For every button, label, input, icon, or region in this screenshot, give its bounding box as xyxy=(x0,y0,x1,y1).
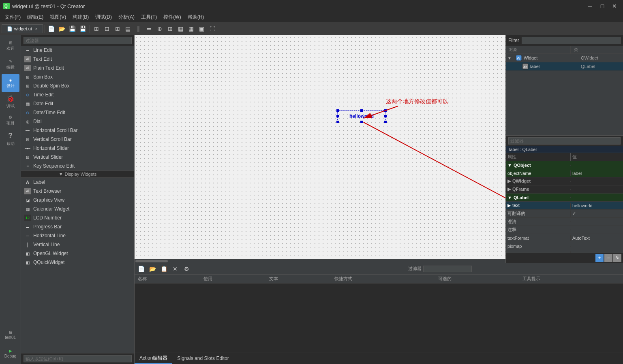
toolbar-btn-9[interactable]: ▦ xyxy=(176,24,186,34)
prop-row-objectname[interactable]: objectName label xyxy=(506,169,623,177)
menu-edit[interactable]: 编辑(E) xyxy=(24,13,47,21)
menu-widgets[interactable]: 控件(W) xyxy=(160,13,184,21)
right-filter-input[interactable] xyxy=(522,37,621,44)
handle-tr[interactable] xyxy=(384,109,387,112)
action-new-btn[interactable]: 📄 xyxy=(136,264,146,274)
toolbar-btn-2[interactable]: ⊟ xyxy=(102,24,112,34)
menu-build[interactable]: 构建(B) xyxy=(69,13,92,21)
list-item[interactable]: │ Vertical Line xyxy=(21,240,134,249)
sidebar-test01[interactable]: 🖥 test01 xyxy=(2,326,19,344)
toolbar-saveas-btn[interactable]: 💾 xyxy=(78,24,88,34)
toolbar-btn-7[interactable]: ⊕ xyxy=(155,24,165,34)
tab-signals-slots[interactable]: Signals and Slots Editor xyxy=(172,354,233,364)
minimize-button[interactable]: ─ xyxy=(585,2,595,10)
handle-tm[interactable] xyxy=(360,109,363,112)
close-button[interactable]: ✕ xyxy=(609,2,620,10)
list-item[interactable]: ⊟ Vertical Scroll Bar xyxy=(21,135,134,144)
menu-file[interactable]: 文件(F) xyxy=(2,13,24,21)
list-item[interactable]: ▦ Calendar Widget xyxy=(21,204,134,213)
sidebar-welcome[interactable]: ⊞ 欢迎 xyxy=(2,37,19,55)
toolbar-open-btn[interactable]: 📂 xyxy=(57,24,67,34)
widget-search-input[interactable] xyxy=(24,355,132,362)
list-item[interactable]: ─ Horizontal Line xyxy=(21,231,134,240)
menu-tools[interactable]: 工具(T) xyxy=(138,13,160,21)
prop-row-clarify[interactable]: 澄清 xyxy=(506,218,623,226)
sidebar-debug2[interactable]: ▶ Debug xyxy=(2,345,19,362)
list-item[interactable]: ▬ Progress Bar xyxy=(21,222,134,231)
tab-close-btn[interactable]: × xyxy=(35,26,37,31)
list-item[interactable]: ⊙ Date/Time Edit xyxy=(21,108,134,117)
list-item[interactable]: A Label xyxy=(21,178,134,187)
canvas-hscrollbar[interactable] xyxy=(135,259,505,263)
props-edit-btn[interactable]: ✎ xyxy=(613,254,621,262)
maximize-button[interactable]: □ xyxy=(597,2,608,10)
toolbar-save-btn[interactable]: 💾 xyxy=(68,24,77,34)
sidebar-edit[interactable]: ✎ 编辑 xyxy=(2,55,19,73)
handle-mr[interactable] xyxy=(384,115,387,117)
toolbar-btn-12[interactable]: ⛶ xyxy=(208,24,217,34)
list-item[interactable]: ⊟ Vertical Slider xyxy=(21,153,134,162)
handle-ml[interactable] xyxy=(336,115,339,117)
menu-debug[interactable]: 调试(D) xyxy=(92,13,115,21)
prop-row-comment[interactable]: 注释 xyxy=(506,226,623,234)
props-filter-input[interactable] xyxy=(508,137,621,145)
action-settings-btn[interactable]: ⚙ xyxy=(182,264,191,274)
list-item[interactable]: ◎ Dial xyxy=(21,117,134,126)
list-item[interactable]: ◧ QQuickWidget xyxy=(21,258,134,267)
menu-view[interactable]: 视图(V) xyxy=(47,13,69,21)
design-canvas[interactable]: helloworld 这两个地方修改值都可以 xyxy=(135,35,505,259)
sidebar-debug[interactable]: 🐞 调试 xyxy=(2,93,19,111)
list-item[interactable]: ━ Line Edit xyxy=(21,46,134,55)
list-item[interactable]: ━●━ Horizontal Slider xyxy=(21,144,134,153)
obj-row-widget[interactable]: ▼ W Widget QWidget xyxy=(506,54,623,62)
handle-br[interactable] xyxy=(384,121,387,123)
props-add-btn[interactable]: + xyxy=(595,254,604,262)
sidebar-project[interactable]: ⚙ 项目 xyxy=(2,111,19,129)
props-remove-btn[interactable]: − xyxy=(604,254,612,262)
menu-analyze[interactable]: 分析(A) xyxy=(115,13,138,21)
list-item[interactable]: ◪ Graphics View xyxy=(21,196,134,204)
canvas-label-widget[interactable]: helloworld xyxy=(337,110,386,122)
prop-group-qobject[interactable]: ▼QObject xyxy=(506,161,623,169)
action-delete-btn[interactable]: ✕ xyxy=(170,264,180,274)
toolbar-new-file-btn[interactable]: 📄 xyxy=(47,24,56,34)
prop-row-translatable[interactable]: 可翻译的 ✓ xyxy=(506,210,623,218)
prop-group-qwidget[interactable]: ▶QWidget xyxy=(506,177,623,185)
prop-row-text[interactable]: ▶text helloworld xyxy=(506,202,623,210)
prop-group-qlabel[interactable]: ▼QLabel xyxy=(506,194,623,202)
handle-tl[interactable] xyxy=(336,109,339,112)
action-copy-btn[interactable]: 📋 xyxy=(159,264,169,274)
list-item[interactable]: Ai Plain Text Edit xyxy=(21,64,134,72)
prop-group-qframe[interactable]: ▶QFrame xyxy=(506,185,623,194)
list-item[interactable]: Ai Text Edit xyxy=(21,55,134,64)
obj-row-label[interactable]: Ab label QLabel xyxy=(506,62,623,71)
sidebar-help[interactable]: ? 帮助 xyxy=(2,130,19,148)
toolbar-btn-3[interactable]: ⊞ xyxy=(113,24,122,34)
prop-row-pixmap[interactable]: pixmap xyxy=(506,242,623,250)
toolbar-btn-10[interactable]: ▦ xyxy=(186,24,196,34)
list-item[interactable]: ━ Key Sequence Edit xyxy=(21,162,134,170)
list-item[interactable]: 12 LCD Number xyxy=(21,213,134,222)
toolbar-btn-6[interactable]: ═ xyxy=(144,24,154,34)
canvas-hscroll-thumb[interactable] xyxy=(135,260,168,262)
toolbar-btn-1[interactable]: ⊞ xyxy=(92,24,101,34)
toolbar-btn-8[interactable]: ⊞ xyxy=(165,24,175,34)
list-item[interactable]: ◧ OpenGL Widget xyxy=(21,249,134,258)
editor-tab[interactable]: 📄 widget.ui × xyxy=(2,24,43,33)
list-item[interactable]: ⊞ Double Spin Box xyxy=(21,81,134,90)
toolbar-btn-5[interactable]: ‖ xyxy=(134,24,143,34)
action-open-btn[interactable]: 📂 xyxy=(148,264,157,274)
tab-action-editor[interactable]: Action编辑器 xyxy=(135,353,172,364)
list-item[interactable]: ▦ Date Edit xyxy=(21,99,134,108)
list-item[interactable]: ━━ Horizontal Scroll Bar xyxy=(21,126,134,135)
list-item[interactable]: Ai Text Browser xyxy=(21,187,134,196)
menu-help[interactable]: 帮助(H) xyxy=(184,13,208,21)
bottom-filter-input[interactable] xyxy=(423,266,472,272)
sidebar-design[interactable]: ◈ 设计 xyxy=(2,74,19,92)
handle-bm[interactable] xyxy=(360,121,363,123)
toolbar-btn-4[interactable]: ▤ xyxy=(123,24,133,34)
handle-bl[interactable] xyxy=(336,121,339,123)
list-item[interactable]: ⊞ Spin Box xyxy=(21,72,134,81)
widget-filter-input[interactable] xyxy=(24,37,132,44)
toolbar-btn-11[interactable]: ▣ xyxy=(197,24,207,34)
